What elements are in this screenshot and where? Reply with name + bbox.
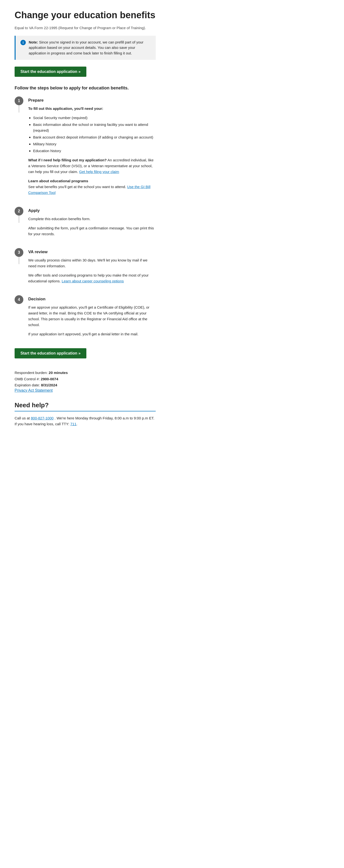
career-counseling-link[interactable]: Learn about career counseling options (62, 279, 124, 283)
step-3-circle: 3 (15, 248, 23, 257)
step-4-title: Decision (28, 297, 156, 302)
phone-link[interactable]: 800-827-1000 (31, 416, 54, 420)
step-1-title: Prepare (28, 98, 156, 103)
form-subtitle: Equal to VA Form 22-1995 (Request for Ch… (15, 26, 156, 30)
checklist-item-3: Military history (33, 141, 156, 147)
step-1-help-paragraph: What if I need help filling out my appli… (28, 157, 156, 175)
checklist-item-4: Education history (33, 148, 156, 154)
checklist-item-0: Social Security number (required) (33, 115, 156, 121)
need-help-divider (15, 411, 156, 411)
step-3-left: 3 (15, 248, 23, 264)
tty-link[interactable]: 711 (70, 422, 77, 426)
need-help-section: Need help? Call us at 800-827-1000 . We'… (15, 401, 156, 427)
step-3-p2: We offer tools and counseling programs t… (28, 272, 156, 284)
checklist-item-2: Bank account direct deposit information … (33, 134, 156, 140)
step-3-content: VA review We usually process claims with… (28, 248, 156, 295)
step-2-left: 2 (15, 207, 23, 223)
step-2-line (19, 216, 19, 223)
step-4: 4 Decision If we approve your applicatio… (15, 295, 156, 348)
page-title: Change your education benefits (15, 10, 156, 21)
step-1-content: Prepare To fill out this application, yo… (28, 96, 156, 207)
step-2-p1: Complete this education benefits form. (28, 216, 156, 222)
footer-section: Respondent burden: 20 minutes OMB Contro… (15, 370, 156, 393)
expiration-date: Expiration date: 8/31/2024 (15, 382, 156, 388)
step-1-line (19, 105, 19, 113)
step-1: 1 Prepare To fill out this application, … (15, 96, 156, 207)
info-icon: i (21, 40, 26, 45)
step-1-help-bold: What if I need help filling out my appli… (28, 158, 107, 162)
step-2-content: Apply Complete this education benefits f… (28, 207, 156, 248)
get-help-filing-link[interactable]: Get help filing your claim (79, 169, 119, 174)
step-4-p1: If we approve your application, you'll g… (28, 305, 156, 328)
checklist-item-1: Basic information about the school or tr… (33, 122, 156, 133)
start-application-button-top[interactable]: Start the education application » (15, 67, 86, 77)
start-application-button-bottom[interactable]: Start the education application » (15, 348, 86, 359)
note-text: Since you're signed in to your account, … (29, 40, 143, 55)
step-4-left: 4 (15, 295, 23, 304)
steps-heading: Follow the steps below to apply for educ… (15, 86, 156, 91)
step-2-p2: After submitting the form, you'll get a … (28, 225, 156, 237)
step-3-title: VA review (28, 250, 156, 254)
need-help-heading: Need help? (15, 401, 156, 409)
step-2-circle: 2 (15, 207, 23, 216)
step-2-title: Apply (28, 208, 156, 213)
step-4-content: Decision If we approve your application,… (28, 295, 156, 348)
step-3: 3 VA review We usually process claims wi… (15, 248, 156, 295)
note-label: Note: (29, 40, 38, 44)
step-1-left: 1 (15, 96, 23, 113)
step-3-p1: We usually process claims within 30 days… (28, 257, 156, 269)
step-3-line (19, 257, 19, 264)
step-1-checklist: Social Security number (required) Basic … (28, 115, 156, 154)
step-1-circle: 1 (15, 96, 23, 105)
step-1-fill-heading: To fill out this application, you'll nee… (28, 106, 156, 112)
need-help-text: Call us at 800-827-1000 . We're here Mon… (15, 415, 156, 427)
steps-list: 1 Prepare To fill out this application, … (15, 96, 156, 348)
step-4-circle: 4 (15, 295, 23, 304)
step-2: 2 Apply Complete this education benefits… (15, 207, 156, 248)
info-box: i Note: Since you're signed in to your a… (15, 36, 156, 60)
privacy-act-link[interactable]: Privacy Act Statement (15, 388, 53, 393)
respondent-burden: Respondent burden: 20 minutes (15, 370, 156, 376)
omb-control: OMB Control #: 2900-0074 (15, 376, 156, 382)
step-1-learn-bold: Learn about educational programs (28, 179, 88, 183)
step-1-learn-text: See what benefits you'll get at the scho… (28, 185, 126, 189)
step-4-p2: If your application isn't approved, you'… (28, 331, 156, 337)
step-1-learn-paragraph: Learn about educational programs See wha… (28, 178, 156, 196)
info-box-content: Note: Since you're signed in to your acc… (29, 40, 151, 56)
